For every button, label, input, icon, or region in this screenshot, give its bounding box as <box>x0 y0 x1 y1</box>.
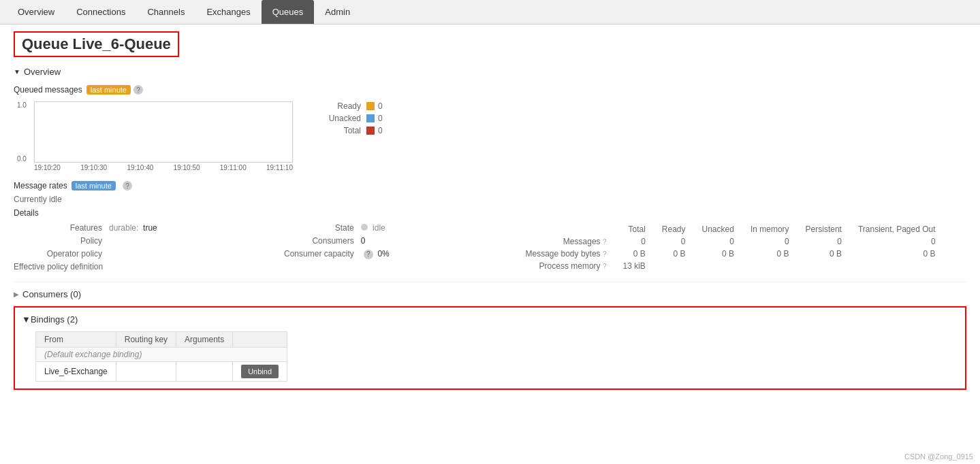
operator-policy-key: Operator policy <box>14 249 102 259</box>
th-empty <box>518 223 615 235</box>
td-bodybytes-inmemory: 0 B <box>742 248 797 260</box>
chart-x-2: 19:10:40 <box>127 164 153 171</box>
chart-x-4: 19:11:00 <box>220 164 247 171</box>
consumer-capacity-help-icon[interactable]: ? <box>364 250 373 259</box>
state-key: State <box>266 223 354 233</box>
chart-box <box>34 101 293 163</box>
page-title-name: Live_6-Queue <box>73 35 171 52</box>
message-rates-help[interactable]: ? <box>123 181 132 190</box>
th-arguments: Arguments <box>176 332 233 348</box>
state-val: idle <box>361 223 385 233</box>
chart-wrapper: 1.0 0.0 19:10:20 19:10:30 19:10:40 19:10… <box>34 101 293 171</box>
messages-table-header-row: Total Ready Unacked In memory Persistent… <box>518 223 944 235</box>
page-title-prefix: Queue <box>22 35 73 52</box>
th-unacked: Unacked <box>694 223 742 235</box>
nav-channels[interactable]: Channels <box>136 0 195 24</box>
stats-value-unacked: 0 <box>378 114 383 123</box>
effective-policy-key: Effective policy definition <box>14 262 103 271</box>
bindings-header[interactable]: ▼ Bindings (2) <box>22 314 958 325</box>
consumer-capacity-pct: 0% <box>377 249 389 259</box>
td-bodybytes-persistent: 0 B <box>797 248 850 260</box>
stats-right-table: Total Ready Unacked In memory Persistent… <box>518 223 967 272</box>
stats-row-unacked: Unacked 0 <box>313 114 383 123</box>
nav-exchanges[interactable]: Exchanges <box>195 0 261 24</box>
page-footer: CSDN @Zong_0915 <box>904 452 973 461</box>
stats-value-total: 0 <box>378 126 383 135</box>
chart-y-labels: 1.0 0.0 <box>17 101 27 163</box>
divider-1 <box>14 282 966 282</box>
consumers-detail-key: Consumers <box>266 236 354 246</box>
bindings-table: From Routing key Arguments (Default exch… <box>35 331 287 382</box>
th-from: From <box>36 332 116 348</box>
bindings-exchange-row: Live_6-Exchange Unbind <box>36 362 287 382</box>
message-rates-badge[interactable]: last minute <box>72 181 116 190</box>
policy-key: Policy <box>14 236 102 246</box>
consumers-section[interactable]: ▶ Consumers (0) <box>14 289 966 299</box>
queued-messages-row: Queued messages last minute ? <box>14 85 966 95</box>
th-action <box>233 332 287 348</box>
consumer-capacity-row: Consumer capacity ? 0% <box>266 249 490 259</box>
queued-messages-label: Queued messages <box>14 85 82 95</box>
queued-help-icon[interactable]: ? <box>133 85 143 95</box>
features-val-key: durable: <box>109 223 138 233</box>
td-messages-inmemory: 0 <box>742 235 797 248</box>
stats-label-total: Total <box>313 126 361 135</box>
bodybytes-help-icon[interactable]: ? <box>603 250 607 258</box>
procmem-help-icon[interactable]: ? <box>603 263 607 270</box>
details-label: Details <box>14 208 966 218</box>
stats-label-unacked: Unacked <box>313 114 361 123</box>
top-navigation: Overview Connections Channels Exchanges … <box>0 0 980 24</box>
bindings-default-row: (Default exchange binding) <box>36 348 287 362</box>
td-bodybytes-transient: 0 B <box>850 248 944 260</box>
unbind-cell: Unbind <box>233 362 287 382</box>
time-badge[interactable]: last minute <box>86 85 131 95</box>
message-rates-row: Message rates last minute ? <box>14 181 966 190</box>
nav-queues[interactable]: Queues <box>262 0 315 24</box>
messages-help-icon[interactable]: ? <box>603 238 607 246</box>
consumers-label: Consumers (0) <box>22 289 81 299</box>
details-right: Total Ready Unacked In memory Persistent… <box>518 223 967 275</box>
default-binding-cell: (Default exchange binding) <box>36 348 287 362</box>
chart-stats-section: 1.0 0.0 19:10:20 19:10:30 19:10:40 19:10… <box>14 101 966 171</box>
bindings-label: Bindings (2) <box>31 314 78 325</box>
td-messages-persistent: 0 <box>797 235 850 248</box>
td-procmem-label: Process memory ? <box>518 260 615 272</box>
td-messages-transient: 0 <box>850 235 944 248</box>
page-title-box: Queue Live_6-Queue <box>14 31 179 57</box>
td-procmem-val: 13 kiB <box>614 260 653 272</box>
chart-y-top: 1.0 <box>17 101 27 109</box>
stats-color-total <box>366 127 375 135</box>
details-middle: State idle Consumers 0 Consumer capacity… <box>266 223 490 275</box>
consumers-detail-val: 0 <box>361 236 366 246</box>
nav-overview[interactable]: Overview <box>7 0 65 24</box>
table-row-body-bytes: Message body bytes ? 0 B 0 B 0 B 0 B 0 B… <box>518 248 944 260</box>
consumers-detail-row: Consumers 0 <box>266 236 490 246</box>
chart-x-5: 19:11:10 <box>266 164 293 171</box>
td-procmem-4 <box>742 260 797 272</box>
th-routing-key: Routing key <box>116 332 176 348</box>
overview-section-header[interactable]: ▼ Overview <box>14 64 966 80</box>
td-procmem-6 <box>850 260 944 272</box>
stats-color-ready <box>366 102 375 110</box>
routing-key-cell <box>116 362 176 382</box>
stats-color-unacked <box>366 114 375 122</box>
td-messages-total: 0 <box>614 235 653 248</box>
footer-text: CSDN @Zong_0915 <box>904 452 973 461</box>
chart-x-0: 19:10:20 <box>34 164 61 171</box>
table-row-process-memory: Process memory ? 13 kiB <box>518 260 944 272</box>
details-grid: Features durable: true Policy Operator p… <box>14 223 966 275</box>
td-procmem-2 <box>654 260 694 272</box>
consumer-capacity-val: ? 0% <box>361 249 390 259</box>
nav-connections[interactable]: Connections <box>65 0 136 24</box>
bindings-table-header-row: From Routing key Arguments <box>36 332 287 348</box>
nav-admin[interactable]: Admin <box>314 0 361 24</box>
state-indicator-icon <box>361 224 368 231</box>
currently-idle-text: Currently idle <box>14 195 966 204</box>
td-bodybytes-label: Message body bytes ? <box>518 248 615 260</box>
consumers-arrow-icon: ▶ <box>14 291 19 298</box>
th-in-memory: In memory <box>742 223 797 235</box>
operator-policy-row: Operator policy <box>14 249 238 259</box>
td-messages-ready: 0 <box>654 235 694 248</box>
unbind-button[interactable]: Unbind <box>241 365 279 378</box>
stats-row-total: Total 0 <box>313 126 383 135</box>
